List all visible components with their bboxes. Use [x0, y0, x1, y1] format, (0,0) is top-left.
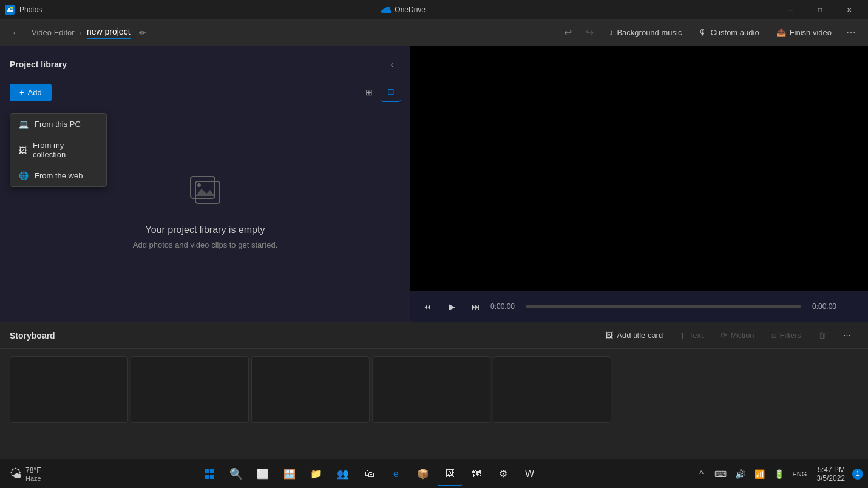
battery-icon[interactable]: 🔋	[770, 466, 787, 483]
finish-icon: 📤	[776, 28, 786, 37]
storyboard-slot-3	[251, 356, 370, 423]
seek-bar[interactable]	[526, 305, 801, 308]
view-toggle: ⊞ ⊟	[359, 83, 401, 102]
motion-label: Motion	[731, 331, 754, 340]
small-grid-view-button[interactable]: ⊟	[381, 83, 401, 102]
weather-temp: 78°F	[25, 466, 41, 475]
collapse-panel-button[interactable]: ‹	[384, 56, 401, 73]
file-explorer-button[interactable]: 📁	[304, 462, 328, 486]
back-button[interactable]: ←	[7, 24, 24, 41]
edge-button[interactable]: e	[384, 462, 409, 486]
filters-button[interactable]: ⧈ Filters	[764, 328, 809, 344]
from-web-option[interactable]: 🌐 From the web	[10, 165, 106, 186]
title-bar-left: Photos	[5, 5, 42, 15]
skip-forward-button[interactable]: ⏭	[466, 297, 486, 316]
volume-icon[interactable]: 🔊	[731, 466, 748, 483]
breadcrumb: Video Editor › new project ✏	[32, 27, 146, 39]
storyboard-content	[0, 349, 868, 430]
microsoft-store-button[interactable]: 🛍	[358, 462, 382, 486]
minimize-button[interactable]: ─	[777, 0, 805, 19]
storyboard-actions: 🖼 Add title card T Text ⟳ Motion ⧈ Filte…	[598, 328, 858, 344]
add-title-card-button[interactable]: 🖼 Add title card	[598, 328, 670, 343]
svg-rect-8	[210, 475, 214, 479]
background-music-button[interactable]: ♪ Background music	[602, 25, 689, 40]
svg-rect-7	[205, 475, 209, 479]
text-button[interactable]: T Text	[673, 328, 710, 344]
web-icon: 🌐	[19, 171, 29, 180]
photos-taskbar-button[interactable]: 🖼	[438, 462, 462, 486]
storyboard-title: Storyboard	[10, 331, 55, 341]
library-toolbar: + Add ⊞ ⊟	[10, 83, 401, 102]
fullscreen-button[interactable]: ⛶	[841, 297, 861, 316]
teams-button[interactable]: 👥	[331, 462, 355, 486]
custom-audio-label: Custom audio	[710, 28, 759, 37]
add-media-button[interactable]: + Add	[10, 84, 52, 101]
storyboard-slot-4	[372, 356, 490, 423]
collection-icon: 🖼	[19, 146, 27, 155]
storyboard-area: Storyboard 🖼 Add title card T Text ⟳ Mot…	[0, 322, 868, 459]
project-library-panel: Project library ‹ + Add ⊞ ⊟ 💻 From this …	[0, 46, 410, 322]
system-clock[interactable]: 5:47 PM 3/5/2022	[812, 466, 850, 483]
delete-button[interactable]: 🗑	[811, 328, 833, 343]
grid-view-button[interactable]: ⊞	[359, 83, 379, 102]
breadcrumb-parent[interactable]: Video Editor	[32, 28, 75, 37]
keyboard-icon[interactable]: ⌨	[712, 466, 729, 483]
motion-button[interactable]: ⟳ Motion	[713, 328, 762, 343]
onedrive-area[interactable]: OneDrive	[381, 5, 426, 15]
language-indicator[interactable]: ENG	[790, 470, 809, 478]
taskbar: 🌤 78°F Haze 🔍 ⬜ 🪟 📁 👥 🛍 e 📦 🖼 🗺 ⚙ W	[0, 459, 868, 488]
word-button[interactable]: W	[518, 462, 542, 486]
weather-icon: 🌤	[10, 467, 22, 481]
time-total: 0:00.00	[806, 302, 836, 311]
maps-button[interactable]: 🗺	[464, 462, 489, 486]
notification-button[interactable]: 1	[852, 469, 863, 480]
maximize-button[interactable]: □	[806, 0, 834, 19]
skip-back-button[interactable]: ⏮	[418, 297, 437, 316]
dropbox-button[interactable]: 📦	[411, 462, 435, 486]
system-tray: ^ ⌨ 🔊 📶 🔋 ENG	[693, 466, 809, 483]
taskbar-left: 🌤 78°F Haze	[0, 464, 51, 484]
motion-icon: ⟳	[721, 331, 727, 340]
weather-widget[interactable]: 🌤 78°F Haze	[5, 464, 46, 484]
taskbar-center: 🔍 ⬜ 🪟 📁 👥 🛍 e 📦 🖼 🗺 ⚙ W	[51, 462, 688, 486]
widgets-button[interactable]: 🪟	[277, 462, 302, 486]
project-title: new project	[87, 27, 131, 39]
storyboard-more-button[interactable]: ⋯	[836, 328, 858, 343]
background-music-label: Background music	[617, 28, 682, 37]
app-icon	[5, 5, 15, 15]
redo-button[interactable]: ↪	[580, 23, 600, 42]
storyboard-slot-2	[131, 356, 249, 423]
taskbar-right: ^ ⌨ 🔊 📶 🔋 ENG 5:47 PM 3/5/2022 1	[688, 466, 868, 483]
from-collection-option[interactable]: 🖼 From my collection	[10, 135, 106, 165]
video-preview-panel: ⏮ ▶ ⏭ 0:00.00 0:00.00 ⛶	[410, 46, 868, 322]
search-button[interactable]: 🔍	[224, 462, 248, 486]
task-view-button[interactable]: ⬜	[251, 462, 275, 486]
tray-expand-button[interactable]: ^	[693, 466, 710, 483]
close-button[interactable]: ✕	[835, 0, 863, 19]
finish-video-button[interactable]: 📤 Finish video	[769, 25, 839, 40]
more-options-button[interactable]: ⋯	[841, 23, 861, 42]
settings-button[interactable]: ⚙	[491, 462, 515, 486]
svg-point-4	[197, 183, 201, 187]
text-label: Text	[689, 331, 704, 340]
storyboard-slot-5	[493, 356, 611, 423]
storyboard-more-icon: ⋯	[843, 331, 851, 340]
network-icon[interactable]: 📶	[751, 466, 768, 483]
undo-button[interactable]: ↩	[558, 23, 578, 42]
clock-date: 3/5/2022	[816, 474, 845, 483]
add-title-card-label: Add title card	[617, 331, 663, 340]
play-button[interactable]: ▶	[442, 297, 461, 316]
main-area: Project library ‹ + Add ⊞ ⊟ 💻 From this …	[0, 46, 868, 322]
edit-project-title-icon[interactable]: ✏	[139, 28, 146, 38]
empty-library-icon	[186, 169, 225, 215]
weather-info: 78°F Haze	[25, 466, 41, 482]
add-icon: +	[19, 88, 24, 97]
music-icon: ♪	[609, 28, 614, 37]
from-pc-option[interactable]: 💻 From this PC	[10, 114, 106, 135]
custom-audio-button[interactable]: 🎙 Custom audio	[691, 25, 766, 40]
pc-icon: 💻	[19, 120, 29, 129]
storyboard-slot-1	[10, 356, 128, 423]
empty-library-title: Your project library is empty	[146, 225, 265, 236]
from-web-label: From the web	[35, 171, 83, 180]
start-button[interactable]	[197, 462, 222, 486]
